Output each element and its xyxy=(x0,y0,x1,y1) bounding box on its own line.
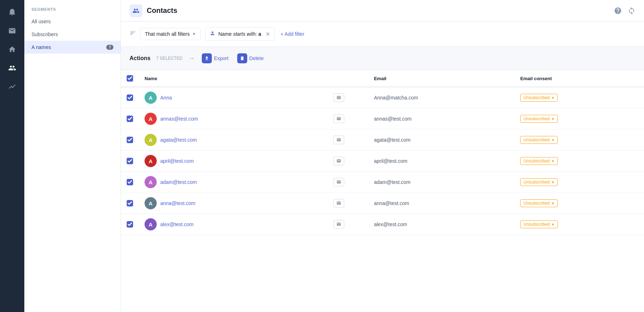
email-icon xyxy=(333,220,344,229)
table-row: A agata@test.com agata@test.com Unsubscr… xyxy=(121,130,644,151)
consent-cell: Unsubscribed ▼ xyxy=(514,193,644,214)
consent-badge[interactable]: Unsubscribed ▼ xyxy=(520,157,558,165)
help-icon[interactable] xyxy=(614,7,622,15)
refresh-icon[interactable] xyxy=(628,7,635,15)
contact-name[interactable]: agata@test.com xyxy=(160,137,197,143)
match-filter-label: That match all filters xyxy=(145,31,190,37)
email-icon xyxy=(333,114,344,123)
consent-label: Unsubscribed xyxy=(523,116,550,121)
email-icon xyxy=(333,93,344,102)
filter-lines-icon xyxy=(130,30,136,38)
export-icon xyxy=(202,53,212,63)
row-checkbox[interactable] xyxy=(127,221,133,228)
name-filter-tag[interactable]: Name starts with: a ✕ xyxy=(205,27,275,41)
sidebar-item-label: Subscribers xyxy=(31,31,58,37)
select-all-checkbox[interactable] xyxy=(127,75,133,82)
filter-tag-close-icon[interactable]: ✕ xyxy=(265,31,270,38)
sidebar-item-label: All users xyxy=(31,19,51,24)
match-filter-dropdown[interactable]: That match all filters ▼ xyxy=(140,28,201,40)
nav-icon-analytics[interactable] xyxy=(4,79,20,94)
avatar: A xyxy=(145,197,157,209)
consent-caret-icon: ▼ xyxy=(551,159,555,163)
contact-name[interactable]: anna@test.com xyxy=(160,200,195,206)
consent-label: Unsubscribed xyxy=(523,201,550,206)
table-row: A Anna Anna@matcha.com Unsubscribed ▼ xyxy=(121,87,644,108)
consent-caret-icon: ▼ xyxy=(551,180,555,184)
contact-name[interactable]: adam@test.com xyxy=(160,179,197,185)
email-cell: april@test.com xyxy=(368,151,514,172)
name-cell: A april@test.com xyxy=(139,151,310,172)
consent-badge[interactable]: Unsubscribed ▼ xyxy=(520,220,558,228)
nav-icon-notifications[interactable] xyxy=(4,4,20,20)
email-cell: adam@test.com xyxy=(368,172,514,193)
header-right xyxy=(614,7,635,15)
add-filter-label: + Add filter xyxy=(280,31,304,37)
email-icon xyxy=(333,136,344,144)
sidebar-item-subscribers[interactable]: Subscribers xyxy=(24,28,121,41)
email-column-header xyxy=(310,70,368,87)
filter-bar: That match all filters ▼ Name starts wit… xyxy=(121,21,644,47)
row-checkbox-cell xyxy=(121,214,139,235)
consent-cell: Unsubscribed ▼ xyxy=(514,172,644,193)
sidebar-item-a-names[interactable]: A names 7 xyxy=(24,41,121,54)
consent-label: Unsubscribed xyxy=(523,95,550,100)
email-cell: agata@test.com xyxy=(368,130,514,151)
consent-cell: Unsubscribed ▼ xyxy=(514,108,644,130)
actions-label: Actions xyxy=(130,55,151,62)
avatar: A xyxy=(145,92,157,104)
row-checkbox[interactable] xyxy=(127,179,133,185)
segments-label: SEGMENTS xyxy=(24,7,121,15)
sidebar-item-label: A names xyxy=(31,44,51,50)
table-row: A adam@test.com adam@test.com Unsubscrib… xyxy=(121,172,644,193)
consent-caret-icon: ▼ xyxy=(551,117,555,121)
consent-cell: Unsubscribed ▼ xyxy=(514,87,644,108)
header-left: Contacts xyxy=(130,4,177,17)
email-icon-cell xyxy=(310,193,368,214)
row-checkbox-cell xyxy=(121,193,139,214)
delete-button[interactable]: Delete xyxy=(236,51,265,65)
chevron-down-icon: ▼ xyxy=(192,31,196,36)
avatar: A xyxy=(145,134,157,146)
consent-label: Unsubscribed xyxy=(523,159,550,164)
consent-badge[interactable]: Unsubscribed ▼ xyxy=(520,94,558,102)
email-consent-column-header: Email consent xyxy=(514,70,644,87)
table-row: A annas@test.com annas@test.com Unsubscr… xyxy=(121,108,644,130)
avatar: A xyxy=(145,176,157,188)
row-checkbox[interactable] xyxy=(127,158,133,164)
nav-icon-campaigns[interactable] xyxy=(4,23,20,39)
consent-caret-icon: ▼ xyxy=(551,201,555,205)
sidebar-item-all-users[interactable]: All users xyxy=(24,15,121,28)
email-icon xyxy=(333,178,344,186)
name-cell: A agata@test.com xyxy=(139,130,310,151)
contact-name[interactable]: annas@test.com xyxy=(160,116,198,122)
row-checkbox[interactable] xyxy=(127,116,133,122)
email-icon-cell xyxy=(310,108,368,130)
actions-selected-count: 7 SELECTED xyxy=(156,56,182,61)
row-checkbox[interactable] xyxy=(127,200,133,206)
export-button[interactable]: Export xyxy=(200,51,230,65)
email-cell: annas@test.com xyxy=(368,108,514,130)
row-checkbox[interactable] xyxy=(127,94,133,101)
consent-cell: Unsubscribed ▼ xyxy=(514,214,644,235)
nav-icon-contacts[interactable] xyxy=(4,60,20,76)
contact-name[interactable]: alex@test.com xyxy=(160,221,194,227)
contacts-table-container: Name Email Email consent A Anna xyxy=(121,70,644,312)
filter-tag-text: Name starts with: a xyxy=(218,31,261,37)
email-icon-cell xyxy=(310,130,368,151)
export-label: Export xyxy=(214,55,228,61)
consent-label: Unsubscribed xyxy=(523,137,550,142)
add-filter-button[interactable]: + Add filter xyxy=(279,28,306,40)
page-title: Contacts xyxy=(147,6,177,15)
delete-label: Delete xyxy=(249,55,264,61)
row-checkbox-cell xyxy=(121,108,139,130)
row-checkbox[interactable] xyxy=(127,137,133,143)
main-content: Contacts That match all filters ▼ Name s… xyxy=(121,0,644,312)
consent-badge[interactable]: Unsubscribed ▼ xyxy=(520,115,558,123)
contact-name[interactable]: Anna xyxy=(160,95,172,101)
consent-badge[interactable]: Unsubscribed ▼ xyxy=(520,178,558,186)
contact-name[interactable]: april@test.com xyxy=(160,158,194,164)
consent-badge[interactable]: Unsubscribed ▼ xyxy=(520,136,558,144)
email-icon xyxy=(333,199,344,208)
consent-badge[interactable]: Unsubscribed ▼ xyxy=(520,199,558,207)
nav-icon-home[interactable] xyxy=(4,42,20,57)
